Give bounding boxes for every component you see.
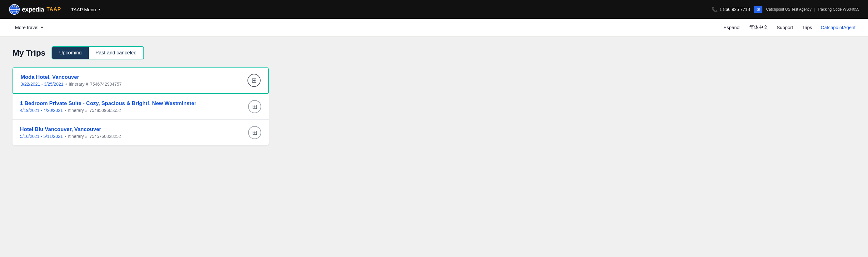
bullet-3: • xyxy=(65,134,66,139)
nav-link-trips[interactable]: Trips xyxy=(802,24,812,31)
bullet-1: • xyxy=(65,82,67,87)
nav-link-catchpoint-agent[interactable]: CatchpointAgent xyxy=(821,24,856,31)
trip-itinerary-label-2: Itinerary # xyxy=(68,108,88,113)
trip-itinerary-label-1: Itinerary # xyxy=(69,82,88,87)
chevron-down-icon: ▼ xyxy=(98,8,101,11)
phone-number: 1 866 925 7718 xyxy=(720,7,750,12)
top-header-left: expedia TAAP TAAP Menu ▼ xyxy=(9,4,103,15)
logo-area: expedia TAAP xyxy=(9,4,61,15)
phone-area: 📞 1 866 925 7718 xyxy=(711,6,750,12)
trip-icon-2: ⊞ xyxy=(248,100,261,113)
tab-upcoming[interactable]: Upcoming xyxy=(52,47,88,59)
trip-itinerary-number-1: 7546742904757 xyxy=(90,82,122,87)
secondary-nav: More travel ▼ Español 简体中文 Support Trips… xyxy=(0,19,868,36)
trip-itinerary-number-3: 7545760828252 xyxy=(89,134,121,139)
phone-icon: 📞 xyxy=(711,6,718,12)
trip-dates-3: 5/10/2021 - 5/11/2021 xyxy=(20,134,63,139)
trip-info-1: Moda Hotel, Vancouver 3/22/2021 - 3/25/2… xyxy=(21,74,122,87)
trip-name-1: Moda Hotel, Vancouver xyxy=(21,74,122,80)
top-header: expedia TAAP TAAP Menu ▼ 📞 1 866 925 771… xyxy=(0,0,868,19)
tracking-code: Tracking Code WS34055 xyxy=(817,7,859,11)
nav-link-espanol[interactable]: Español xyxy=(724,24,741,31)
expedia-logo: expedia TAAP xyxy=(9,4,61,15)
main-content: My Trips Upcoming Past and canceled Moda… xyxy=(0,36,281,155)
trip-info-2: 1 Bedroom Private Suite - Cozy, Spacious… xyxy=(20,101,196,113)
trip-item-3[interactable]: Hotel Blu Vancouver, Vancouver 5/10/2021… xyxy=(12,120,269,145)
page-title: My Trips xyxy=(12,48,45,58)
top-header-right: 📞 1 866 925 7718 ✉ Catchpoint US Test Ag… xyxy=(711,6,859,13)
page-header: My Trips Upcoming Past and canceled xyxy=(12,46,269,59)
more-travel-chevron-icon: ▼ xyxy=(40,26,44,29)
trips-list: Moda Hotel, Vancouver 3/22/2021 - 3/25/2… xyxy=(12,67,269,145)
nav-link-support[interactable]: Support xyxy=(777,24,793,31)
secondary-nav-left: More travel ▼ xyxy=(12,23,46,32)
trip-dates-1: 3/22/2021 - 3/25/2021 xyxy=(21,82,63,87)
trip-icon-1: ⊞ xyxy=(247,74,260,87)
taap-brand-text: TAAP xyxy=(46,6,61,12)
nav-link-chinese[interactable]: 简体中文 xyxy=(749,23,768,32)
trip-meta-2: 4/19/2021 - 4/20/2021 • Itinerary # 7548… xyxy=(20,108,196,113)
trip-name-3: Hotel Blu Vancouver, Vancouver xyxy=(20,126,121,133)
trip-icon-3: ⊞ xyxy=(248,126,261,139)
tab-past-canceled[interactable]: Past and canceled xyxy=(89,47,144,59)
bullet-2: • xyxy=(65,108,66,113)
trip-meta-3: 5/10/2021 - 5/11/2021 • Itinerary # 7545… xyxy=(20,134,121,139)
trip-item-2[interactable]: 1 Bedroom Private Suite - Cozy, Spacious… xyxy=(12,94,269,120)
secondary-nav-right: Español 简体中文 Support Trips CatchpointAge… xyxy=(724,23,856,32)
divider: | xyxy=(814,7,815,11)
email-icon[interactable]: ✉ xyxy=(754,6,763,13)
trip-info-3: Hotel Blu Vancouver, Vancouver 5/10/2021… xyxy=(20,126,121,139)
expedia-brand-text: expedia xyxy=(22,6,44,13)
trip-itinerary-label-3: Itinerary # xyxy=(68,134,88,139)
trip-itinerary-number-2: 7548509665552 xyxy=(89,108,121,113)
agency-name: Catchpoint US Test Agency xyxy=(766,7,811,11)
tabs-container: Upcoming Past and canceled xyxy=(52,46,144,59)
expedia-globe-icon xyxy=(9,4,20,15)
agency-info: Catchpoint US Test Agency | Tracking Cod… xyxy=(766,7,859,11)
taap-menu-button[interactable]: TAAP Menu ▼ xyxy=(68,5,103,14)
trip-name-2: 1 Bedroom Private Suite - Cozy, Spacious… xyxy=(20,101,196,107)
trip-item-1[interactable]: Moda Hotel, Vancouver 3/22/2021 - 3/25/2… xyxy=(12,67,269,94)
more-travel-button[interactable]: More travel ▼ xyxy=(12,23,46,32)
agency-row: Catchpoint US Test Agency | Tracking Cod… xyxy=(766,7,859,11)
trip-dates-2: 4/19/2021 - 4/20/2021 xyxy=(20,108,63,113)
trip-meta-1: 3/22/2021 - 3/25/2021 • Itinerary # 7546… xyxy=(21,82,122,87)
